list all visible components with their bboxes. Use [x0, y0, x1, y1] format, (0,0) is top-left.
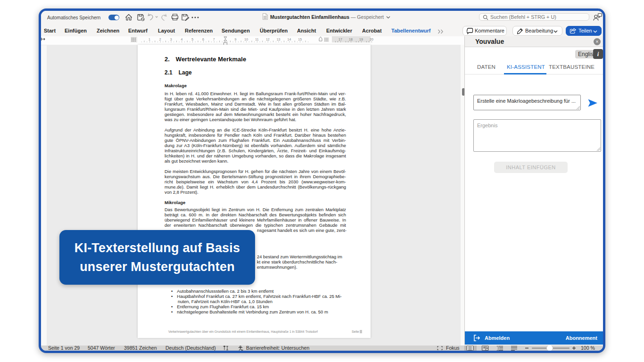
svg-text:6: 6	[202, 38, 204, 41]
svg-text:10: 10	[244, 38, 248, 41]
svg-text:2: 2	[159, 38, 161, 41]
svg-text:13: 13	[277, 38, 281, 41]
svg-text:4: 4	[181, 38, 182, 41]
svg-text:12: 12	[266, 38, 270, 41]
svg-text:14: 14	[288, 38, 291, 41]
svg-text:15: 15	[298, 38, 302, 41]
svg-text:5: 5	[191, 38, 193, 41]
svg-text:19: 19	[359, 38, 363, 41]
svg-text:11: 11	[255, 38, 258, 41]
svg-text:18: 18	[349, 38, 353, 41]
svg-text:7: 7	[213, 38, 215, 41]
svg-text:17: 17	[339, 38, 342, 41]
svg-text:9: 9	[234, 38, 236, 41]
svg-text:20: 20	[370, 38, 373, 41]
svg-text:3: 3	[170, 38, 172, 41]
svg-text:1: 1	[149, 38, 150, 41]
